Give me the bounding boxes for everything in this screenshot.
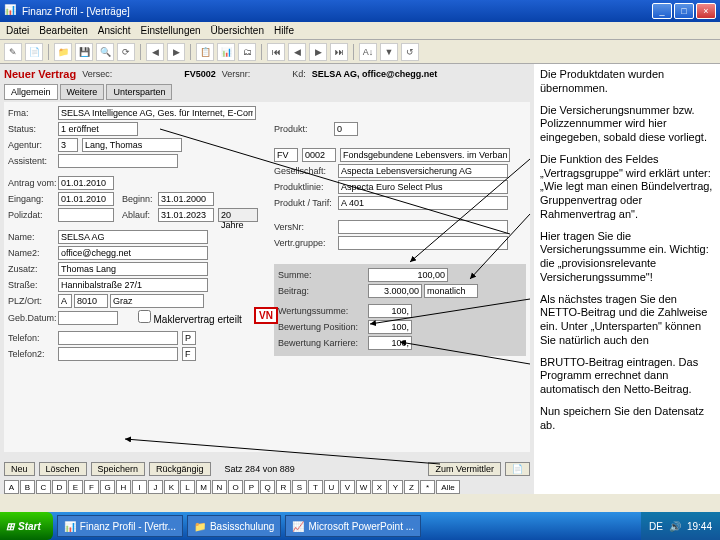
tool-first[interactable]: ⏮ [267,43,285,61]
tool-reset[interactable]: ↺ [401,43,419,61]
fv-code[interactable] [274,148,298,162]
fma-input[interactable] [58,106,256,120]
alpha-Q[interactable]: Q [260,480,275,494]
tool-2[interactable]: 📄 [25,43,43,61]
ort-input[interactable] [110,294,204,308]
polizdat-input[interactable] [58,208,114,222]
tool-3[interactable]: 📁 [54,43,72,61]
rueck-button[interactable]: Rückgängig [149,462,211,476]
tab-untersparten[interactable]: Untersparten [106,84,172,100]
tray-icon[interactable]: 🔊 [669,521,681,532]
task-3[interactable]: 📈Microsoft PowerPoint ... [285,515,421,537]
tab-allgemein[interactable]: Allgemein [4,84,58,100]
tool-4[interactable]: 💾 [75,43,93,61]
alpha-Alle[interactable]: Alle [436,480,460,494]
alpha-Z[interactable]: Z [404,480,419,494]
alpha-N[interactable]: N [212,480,227,494]
vertrgrp-input[interactable] [338,236,508,250]
alpha-G[interactable]: G [100,480,115,494]
zum-vermittler-button[interactable]: Zum Vermittler [428,462,501,476]
alpha-S[interactable]: S [292,480,307,494]
agentur-num[interactable] [58,138,78,152]
menu-bearbeiten[interactable]: Bearbeiten [39,25,87,36]
abk-button[interactable]: 📄 [505,462,530,476]
summe-input[interactable] [368,268,448,282]
produktlinie-input[interactable] [338,180,508,194]
task-2[interactable]: 📁Basisschulung [187,515,281,537]
speichern-button[interactable]: Speichern [91,462,146,476]
tarif-input[interactable] [338,196,508,210]
status-input[interactable] [58,122,138,136]
alpha-L[interactable]: L [180,480,195,494]
tool-1[interactable]: ✎ [4,43,22,61]
tool-sort[interactable]: A↓ [359,43,377,61]
alpha-E[interactable]: E [68,480,83,494]
menu-hilfe[interactable]: Hilfe [274,25,294,36]
beitrag-input[interactable] [368,284,422,298]
tool-8[interactable]: ▶ [167,43,185,61]
alpha-C[interactable]: C [36,480,51,494]
alpha-M[interactable]: M [196,480,211,494]
close-button[interactable]: × [696,3,716,19]
assistent-input[interactable] [58,154,178,168]
alpha-K[interactable]: K [164,480,179,494]
maximize-button[interactable]: □ [674,3,694,19]
alpha-B[interactable]: B [20,480,35,494]
alpha-V[interactable]: V [340,480,355,494]
menu-datei[interactable]: Datei [6,25,29,36]
bewkar-input[interactable] [368,336,412,350]
tool-11[interactable]: 🗂 [238,43,256,61]
versnr-input[interactable] [338,220,508,234]
menu-einstellungen[interactable]: Einstellungen [141,25,201,36]
alpha-Y[interactable]: Y [388,480,403,494]
antrag-input[interactable] [58,176,114,190]
alpha-A[interactable]: A [4,480,19,494]
alpha-R[interactable]: R [276,480,291,494]
tool-next[interactable]: ▶ [309,43,327,61]
tool-5[interactable]: 🔍 [96,43,114,61]
lang-indicator[interactable]: DE [649,521,663,532]
alpha-O[interactable]: O [228,480,243,494]
tool-filter[interactable]: ▼ [380,43,398,61]
ablauf-input[interactable] [158,208,214,222]
tool-9[interactable]: 📋 [196,43,214,61]
menu-ansicht[interactable]: Ansicht [98,25,131,36]
gesellschaft-input[interactable] [338,164,508,178]
alpha-D[interactable]: D [52,480,67,494]
tool-last[interactable]: ⏭ [330,43,348,61]
telefon2-input[interactable] [58,347,178,361]
beginn-input[interactable] [158,192,214,206]
tool-7[interactable]: ◀ [146,43,164,61]
makler-checkbox[interactable] [138,310,151,323]
alpha-T[interactable]: T [308,480,323,494]
zusatz-input[interactable] [58,262,208,276]
strasse-input[interactable] [58,278,208,292]
telefon-type[interactable] [182,331,196,345]
agentur-name[interactable] [82,138,182,152]
task-1[interactable]: 📊Finanz Profil - [Vertr... [57,515,183,537]
beitrag-zw[interactable] [424,284,478,298]
alpha-I[interactable]: I [132,480,147,494]
name-input[interactable] [58,230,208,244]
minimize-button[interactable]: _ [652,3,672,19]
gebdat-input[interactable] [58,311,118,325]
start-button[interactable]: ⊞ Start [0,512,53,540]
neu-button[interactable]: Neu [4,462,35,476]
fv-text[interactable] [340,148,510,162]
alpha-X[interactable]: X [372,480,387,494]
eingang-input[interactable] [58,192,114,206]
loeschen-button[interactable]: Löschen [39,462,87,476]
alpha-*[interactable]: * [420,480,435,494]
telefon-input[interactable] [58,331,178,345]
tool-10[interactable]: 📊 [217,43,235,61]
land-input[interactable] [58,294,72,308]
tool-prev[interactable]: ◀ [288,43,306,61]
menu-uebersichten[interactable]: Übersichten [211,25,264,36]
telefon2-type[interactable] [182,347,196,361]
wert-input[interactable] [368,304,412,318]
tab-weitere[interactable]: Weitere [60,84,105,100]
alpha-U[interactable]: U [324,480,339,494]
tool-6[interactable]: ⟳ [117,43,135,61]
alpha-P[interactable]: P [244,480,259,494]
alpha-J[interactable]: J [148,480,163,494]
